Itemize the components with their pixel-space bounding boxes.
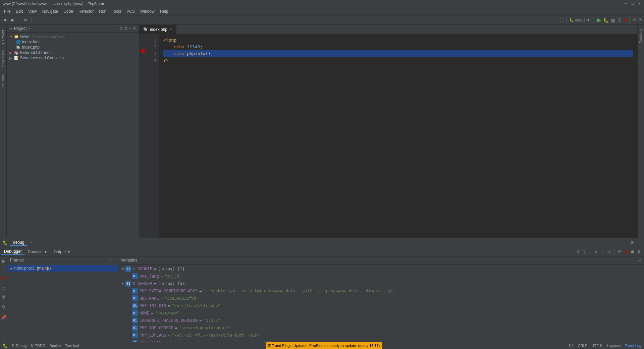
docker-tab-status[interactable]: Docker [49, 344, 61, 348]
nav-back-button[interactable]: ◀ [1, 17, 8, 23]
menu-refactor[interactable]: Refactor [76, 8, 96, 14]
step-over-btn[interactable]: ⤵ [582, 248, 587, 255]
code-phpinfo: phpinfo [187, 50, 205, 57]
settings-button[interactable]: ⚙ [632, 17, 636, 22]
output-tab[interactable]: Output ▼ [51, 249, 73, 255]
code-area[interactable]: <?php echo 12346 ; echo phpinfo (); [159, 34, 637, 238]
view-breakpoints-btn[interactable]: ◎ [1, 285, 6, 291]
run-button[interactable]: ▶ [597, 17, 601, 23]
tab-database[interactable]: Database [638, 26, 643, 46]
update-button[interactable]: ↻ [639, 17, 643, 22]
indent-info[interactable]: 4 spaces [606, 344, 621, 348]
editor-tab-index-php[interactable]: 🐘 index.php ✕ [139, 25, 176, 34]
nav-forward-button[interactable]: ▶ [9, 17, 16, 23]
pause-btn[interactable]: ⏸ [1, 266, 6, 273]
close-button[interactable]: ✕ [637, 2, 641, 6]
expand-var-btn[interactable]: ⤢ [635, 256, 644, 264]
force-step-into-btn[interactable]: ⇓ [593, 249, 599, 255]
step-out-btn[interactable]: ↑ [600, 248, 605, 255]
step-into-btn[interactable]: ↓ [587, 248, 592, 255]
gutter-line-4 [139, 54, 147, 61]
tab-favorites[interactable]: 2: Favorites [1, 48, 6, 70]
settings-btn-debug[interactable]: ⚙ [1, 304, 6, 310]
settings-icon[interactable]: ⚙ [124, 26, 128, 31]
close-panel-icon[interactable]: ✕ [133, 26, 136, 31]
rerun-btn[interactable]: ↺ [575, 249, 581, 255]
event-log-btn[interactable]: Event Log [625, 344, 641, 348]
frame-down-btn[interactable]: ↓ [113, 258, 115, 263]
menu-code[interactable]: Code [61, 8, 76, 14]
collapse-icon[interactable]: – [129, 26, 131, 31]
debug-config-arrow: ▼ [587, 18, 590, 22]
sync-icon[interactable]: ⟳ [119, 26, 123, 31]
frames-panel: Frames ↑ ↓ ■ index.php:3, {main}() [7, 256, 118, 342]
var-php-ini-dir: 01 PHP_INI_DIR = "/usr/local/etc/php" [118, 302, 644, 309]
debug-config-selector[interactable]: 🐛 debug ▼ [566, 17, 593, 23]
run-to-cursor-btn[interactable]: ▷| [605, 249, 612, 255]
frames-btn[interactable]: ☰ [616, 249, 623, 255]
resume-btn[interactable]: ▶ [1, 258, 6, 264]
stop-session-btn[interactable]: ■ [2, 275, 6, 281]
profile-button[interactable]: ⏱ [617, 17, 622, 23]
menu-file[interactable]: File [1, 8, 13, 14]
mute-btn[interactable]: ◉ [1, 293, 6, 300]
server-expand[interactable]: ▼ [121, 281, 125, 287]
var-php-ldflags: 01 PHP_LDFLAGS = "-Wl,-O1 -Wl,--hash-sty… [118, 332, 644, 339]
window-controls[interactable]: ─ □ ✕ [624, 2, 641, 6]
debug-tab-status[interactable]: 5: Debug [12, 344, 27, 348]
line-ending[interactable]: CRLF [578, 344, 588, 348]
line-num-2: 2 [150, 44, 156, 50]
tree-item-index-html[interactable]: 🌐 index.html [7, 39, 139, 45]
debug-minimize-btn[interactable]: – [639, 240, 641, 245]
debug-run-button[interactable]: 🐛 [603, 17, 609, 23]
debug-status-icon[interactable]: 🐛 [3, 343, 8, 348]
stop-button[interactable]: ■ [624, 17, 627, 23]
statusbar: 🐛 5: Debug 6: TODO Docker Terminal IDE a… [0, 342, 644, 349]
menu-help[interactable]: Help [157, 8, 171, 14]
var-php-extra: 01 PHP_EXTRA_CONFIGURE_ARGS = "--enable-… [118, 287, 644, 295]
menu-navigate[interactable]: Navigate [40, 8, 61, 14]
tree-item-index-php[interactable]: 🐘 index.php [7, 45, 139, 50]
menu-vcs[interactable]: VCS [124, 8, 138, 14]
mute-breakpoints-btn[interactable]: ●̶ [629, 249, 635, 255]
html-file-icon: 🌐 [16, 40, 21, 44]
tab-close-icon[interactable]: ✕ [169, 27, 172, 31]
frame-item-1[interactable]: ■ index.php:3, {main}() [7, 265, 118, 272]
tab-structure[interactable]: Structure [1, 71, 6, 91]
clear-btn[interactable]: 🗑 [636, 249, 643, 255]
maximize-button[interactable]: □ [631, 2, 635, 6]
todo-tab-status[interactable]: 6: TODO [31, 344, 46, 348]
code-line-1: <?php [163, 37, 633, 44]
code-number-1: 12346 [187, 44, 200, 50]
tree-item-www[interactable]: ▼ 📁 www C:\www\docker\www [7, 34, 139, 39]
console-tab[interactable]: Console ▼ [25, 249, 50, 255]
debug-tab-label[interactable]: debug [10, 239, 27, 246]
minimize-button[interactable]: ─ [624, 2, 628, 6]
menu-view[interactable]: View [25, 8, 40, 14]
cookie-expand[interactable]: ▼ [121, 266, 125, 272]
debug-tab-close[interactable]: ✕ [30, 241, 33, 244]
tree-item-external-libs[interactable]: ▶ 📚 External Libraries [7, 50, 139, 55]
statusbar-center: IDE and Plugin Updates: PhpStorm is read… [79, 342, 569, 349]
expand-icon[interactable]: ⛶ [559, 18, 564, 22]
cursor-position: 3:1 [569, 344, 574, 348]
file-encoding[interactable]: UTF-8 [591, 344, 602, 348]
tab-php-icon: 🐘 [143, 27, 148, 32]
debug-settings-btn[interactable]: ⚙ [630, 240, 634, 245]
breakpoint-dot[interactable] [141, 49, 145, 53]
stop-debug-btn[interactable]: ■ [624, 249, 629, 255]
toolbar-separator-2 [32, 17, 32, 23]
menu-run[interactable]: Run [96, 8, 109, 14]
tab-project[interactable]: 1: Project [1, 27, 6, 47]
menu-edit[interactable]: Edit [13, 8, 25, 14]
debugger-tab[interactable]: Debugger [1, 248, 24, 255]
frame-up-btn[interactable]: ↑ [110, 258, 112, 263]
menu-tools[interactable]: Tools [109, 8, 124, 14]
update-warning[interactable]: IDE and Plugin Updates: PhpStorm is read… [266, 342, 382, 349]
tree-item-scratches[interactable]: ▶ 📝 Scratches and Consoles [7, 55, 139, 61]
terminal-tab-status[interactable]: Terminal [65, 344, 79, 348]
coverage-button[interactable]: ▦ [611, 17, 615, 23]
menu-window[interactable]: Window [138, 8, 157, 14]
pin-btn[interactable]: 📌 [0, 314, 7, 321]
project-structure-button[interactable]: ⊞ [22, 17, 29, 23]
